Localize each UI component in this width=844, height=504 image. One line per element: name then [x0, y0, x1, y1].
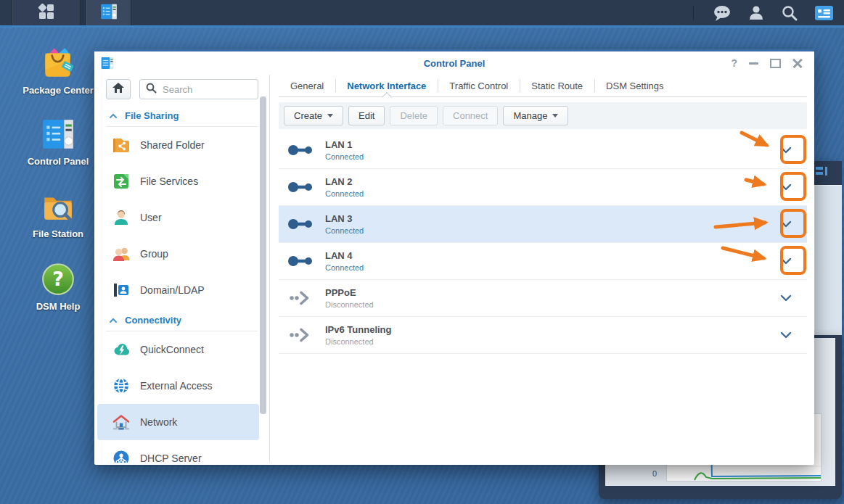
create-button[interactable]: Create	[284, 106, 343, 125]
interface-row-ipv6-tunneling[interactable]: IPv6 Tunneling Disconnected	[279, 317, 807, 354]
edit-button[interactable]: Edit	[348, 106, 385, 125]
tab-network-interface[interactable]: Network Interface	[335, 75, 438, 96]
window-maximize-button[interactable]	[770, 57, 781, 69]
button-label: Connect	[453, 110, 488, 121]
taskbar	[0, 0, 844, 28]
sidebar-item-label: Domain/LDAP	[140, 284, 205, 296]
sidebar-section-label: File Sharing	[125, 110, 179, 121]
sidebar-item-user[interactable]: User	[97, 199, 259, 236]
sidebar-item-file-services[interactable]: File Services	[97, 163, 259, 199]
tab-label: DSM Settings	[606, 80, 663, 91]
desktop-icon-package-center[interactable]: Package Center	[21, 45, 95, 96]
taskbar-right-icons	[693, 0, 844, 25]
desktop-icon-file-station[interactable]: File Station	[21, 189, 95, 240]
manage-button[interactable]: Manage	[503, 106, 568, 125]
interface-row-lan3[interactable]: LAN 3 Connected	[279, 206, 807, 243]
delete-button[interactable]: Delete	[390, 106, 438, 125]
connected-link-icon	[287, 253, 314, 269]
desktop-icon-control-panel[interactable]: Control Panel	[21, 116, 95, 168]
interface-list: LAN 1 Connected	[279, 132, 807, 354]
chart-tick-0: 0	[652, 469, 657, 478]
sidebar-top	[94, 75, 269, 104]
sidebar-item-quickconnect[interactable]: QuickConnect	[97, 331, 259, 368]
user-icon[interactable]	[747, 4, 765, 22]
tab-general[interactable]: General	[279, 75, 335, 96]
interface-text: PPPoE Disconnected	[325, 287, 374, 309]
window-help-button[interactable]: ?	[731, 57, 737, 69]
interface-status: Connected	[325, 152, 364, 161]
external-access-icon	[112, 377, 131, 394]
home-icon	[112, 82, 125, 96]
sidebar-scrollbar[interactable]	[260, 96, 266, 414]
window-minimize-button[interactable]	[749, 57, 758, 69]
expand-chevron-button[interactable]	[777, 289, 795, 307]
main-pane: General Network Interface Traffic Contro…	[270, 75, 814, 463]
interface-row-lan2[interactable]: LAN 2 Connected	[279, 169, 807, 206]
domain-ldap-icon	[112, 281, 131, 299]
control-panel-window: Control Panel ?	[94, 49, 814, 465]
dsm-help-icon: ?	[21, 261, 95, 297]
home-button[interactable]	[106, 79, 131, 99]
desktop-icon-label: Control Panel	[21, 156, 95, 168]
annotation-box-lan1	[780, 135, 806, 164]
tab-traffic-control[interactable]: Traffic Control	[438, 75, 520, 96]
desktop-icon-dsm-help[interactable]: ? DSM Help	[21, 261, 95, 313]
window-close-button[interactable]	[792, 57, 803, 69]
connect-button[interactable]: Connect	[443, 106, 498, 125]
sidebar-item-external-access[interactable]: External Access	[97, 368, 259, 404]
chat-icon[interactable]	[713, 4, 732, 22]
taskbar-control-panel-button[interactable]	[86, 0, 131, 25]
interface-row-lan1[interactable]: LAN 1 Connected	[279, 132, 807, 169]
sidebar-item-label: File Services	[140, 175, 198, 187]
sidebar-item-group[interactable]: Group	[97, 236, 259, 272]
annotation-box-lan4	[780, 246, 806, 275]
caret-down-icon	[327, 114, 333, 117]
search-input[interactable]	[161, 83, 252, 96]
disconnected-link-icon	[287, 290, 314, 306]
tab-bar: General Network Interface Traffic Contro…	[279, 75, 807, 97]
shared-folder-icon	[112, 136, 131, 154]
user-account-icon	[112, 209, 131, 226]
window-titlebar: Control Panel ?	[94, 51, 814, 75]
search-field-icon	[146, 83, 157, 96]
quickconnect-icon	[112, 341, 131, 358]
sidebar-item-dhcp-server[interactable]: DHCP Server	[97, 440, 259, 463]
sidebar-item-network[interactable]: Network	[97, 404, 259, 440]
desktop-icon-label: Package Center	[21, 85, 95, 96]
tab-dsm-settings[interactable]: DSM Settings	[594, 75, 675, 96]
widgets-icon[interactable]	[814, 5, 834, 21]
search-icon[interactable]	[781, 4, 798, 22]
interface-text: LAN 1 Connected	[325, 139, 364, 161]
annotation-box-lan3	[780, 209, 806, 238]
file-station-icon	[21, 189, 95, 225]
button-label: Manage	[513, 110, 547, 121]
sidebar-section-connectivity[interactable]: Connectivity	[94, 308, 269, 331]
desktop-icon-label: File Station	[21, 228, 95, 240]
sidebar-section-file-sharing[interactable]: File Sharing	[94, 104, 269, 126]
tab-static-route[interactable]: Static Route	[520, 75, 594, 96]
file-services-icon	[112, 173, 131, 190]
expand-chevron-button[interactable]	[777, 326, 795, 344]
interface-row-pppoe[interactable]: PPPoE Disconnected	[279, 280, 807, 317]
sidebar-item-label: Network	[140, 416, 177, 428]
interface-text: LAN 3 Connected	[325, 213, 364, 235]
button-label: Create	[294, 110, 322, 121]
tab-label: General	[290, 80, 324, 91]
tab-label: Traffic Control	[449, 80, 508, 91]
interface-row-lan4[interactable]: LAN 4 Connected	[279, 243, 807, 280]
desktop-icon-label: DSM Help	[21, 301, 95, 313]
button-label: Delete	[400, 110, 427, 121]
main-menu-button[interactable]	[12, 0, 81, 25]
sidebar-item-domain-ldap[interactable]: Domain/LDAP	[97, 272, 259, 308]
interface-status: Connected	[325, 263, 364, 272]
disconnected-link-icon	[287, 327, 314, 343]
taskbar-gap	[81, 0, 86, 25]
sidebar-item-shared-folder[interactable]: Shared Folder	[97, 127, 259, 163]
search-box	[139, 79, 258, 99]
interface-name: LAN 2	[325, 176, 364, 187]
dhcp-server-icon	[112, 450, 131, 463]
main-menu-icon	[37, 2, 56, 24]
interface-text: IPv6 Tunneling Disconnected	[325, 324, 392, 346]
network-icon	[112, 413, 131, 431]
chevron-up-icon	[109, 315, 118, 326]
